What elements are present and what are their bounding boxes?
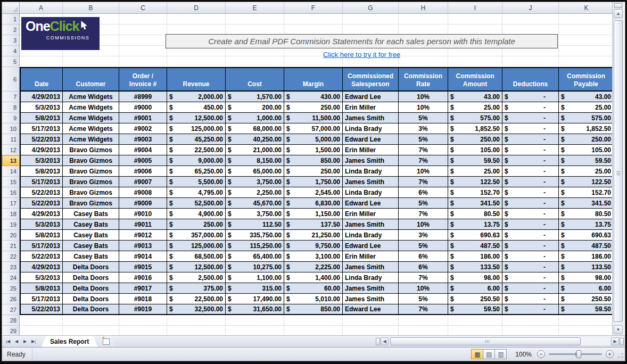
cell-I26[interactable]: $250.50 bbox=[448, 294, 502, 304]
cell-B12[interactable]: Bravo Gizmos bbox=[63, 145, 119, 155]
zoom-level-label[interactable]: 100% bbox=[515, 351, 532, 358]
cell-G21[interactable]: Edward Lee bbox=[343, 241, 399, 251]
cell-J9[interactable]: $- bbox=[502, 113, 559, 123]
cell-J27[interactable]: $- bbox=[502, 304, 559, 315]
cell-D11[interactable]: $45,250.00 bbox=[167, 134, 226, 145]
cell-E23[interactable]: $10,275.00 bbox=[226, 262, 284, 272]
try-free-link[interactable]: Click here to try it for free bbox=[323, 51, 400, 59]
cell-F16[interactable]: $2,545.00 bbox=[284, 187, 343, 198]
row-header-14[interactable]: 14 bbox=[2, 166, 20, 177]
cell-G12[interactable]: Erin Miller bbox=[343, 145, 399, 155]
cell-I16[interactable]: $152.70 bbox=[448, 187, 502, 198]
cell-J14[interactable]: $- bbox=[502, 166, 559, 177]
cell-E28[interactable] bbox=[226, 315, 284, 326]
row-header-12[interactable]: 12 bbox=[2, 145, 20, 155]
row-header-11[interactable]: 11 bbox=[2, 134, 20, 145]
cell-H10[interactable]: 3% bbox=[399, 123, 448, 134]
row-header-22[interactable]: 22 bbox=[2, 251, 20, 262]
cell-C24[interactable]: #9016 bbox=[119, 272, 167, 283]
header-cell-H6[interactable]: Commission Rate bbox=[399, 67, 448, 92]
cell-A24[interactable]: 5/3/2013 bbox=[20, 272, 63, 283]
cell-G15[interactable]: James Smith bbox=[343, 177, 399, 187]
cell-F25[interactable]: $60.00 bbox=[284, 283, 343, 294]
cell-E20[interactable]: $335,750.00 bbox=[226, 230, 284, 241]
column-header-H[interactable]: H bbox=[399, 2, 448, 14]
cell-K15[interactable]: $122.50 bbox=[559, 177, 614, 187]
cell-A14[interactable]: 5/8/2013 bbox=[20, 166, 63, 177]
cell-C22[interactable]: #9014 bbox=[119, 251, 167, 262]
cell-F27[interactable]: $850.00 bbox=[284, 304, 343, 315]
header-cell-I6[interactable]: Commission Amount bbox=[448, 67, 502, 92]
scroll-up-button[interactable]: ▲ bbox=[614, 9, 623, 18]
cell-I10[interactable]: $1,852.50 bbox=[448, 123, 502, 134]
cell-E25[interactable]: $315.00 bbox=[226, 283, 284, 294]
header-cell-E6[interactable]: Cost bbox=[226, 67, 284, 92]
cell-C11[interactable]: #9003 bbox=[119, 134, 167, 145]
cell-K29[interactable] bbox=[559, 326, 614, 335]
normal-view-button[interactable]: ▦ bbox=[471, 349, 483, 359]
cell-I9[interactable]: $575.00 bbox=[448, 113, 502, 123]
cell-G22[interactable]: Erin Miller bbox=[343, 251, 399, 262]
cell-K4[interactable] bbox=[559, 46, 614, 56]
cell-J24[interactable]: $- bbox=[502, 272, 559, 283]
cell-K8[interactable]: $25.00 bbox=[559, 102, 614, 113]
cell-G10[interactable]: Linda Brady bbox=[343, 123, 399, 134]
cell-C9[interactable]: #9001 bbox=[119, 113, 167, 123]
cell-E24[interactable]: $1,100.00 bbox=[226, 272, 284, 283]
cell-F29[interactable] bbox=[284, 326, 343, 335]
cell-B9[interactable]: Acme Widgets bbox=[63, 113, 119, 123]
cell-G28[interactable] bbox=[343, 315, 399, 326]
cell-G18[interactable]: Erin Miller bbox=[343, 209, 399, 219]
cell-F20[interactable]: $21,250.00 bbox=[284, 230, 343, 241]
cell-K2[interactable] bbox=[559, 24, 614, 35]
cell-H15[interactable]: 7% bbox=[399, 177, 448, 187]
cell-D22[interactable]: $68,500.00 bbox=[167, 251, 226, 262]
row-header-9[interactable]: 9 bbox=[2, 113, 20, 123]
cell-F9[interactable]: $11,500.00 bbox=[284, 113, 343, 123]
cell-H19[interactable]: 10% bbox=[399, 219, 448, 230]
row-header-5[interactable]: 5 bbox=[2, 56, 20, 67]
cell-B22[interactable]: Casey Bats bbox=[63, 251, 119, 262]
cell-A27[interactable]: 5/22/2013 bbox=[20, 304, 63, 315]
cell-F17[interactable]: $6,830.00 bbox=[284, 198, 343, 209]
cell-G26[interactable]: James Smith bbox=[343, 294, 399, 304]
cell-H25[interactable]: 10% bbox=[399, 283, 448, 294]
cell-J15[interactable]: $- bbox=[502, 177, 559, 187]
cell-B8[interactable]: Acme Widgets bbox=[63, 102, 119, 113]
cell-D27[interactable]: $32,500.00 bbox=[167, 304, 226, 315]
cell-J12[interactable]: $- bbox=[502, 145, 559, 155]
cell-D28[interactable] bbox=[167, 315, 226, 326]
column-header-A[interactable]: A bbox=[20, 2, 63, 14]
cell-C12[interactable]: #9004 bbox=[119, 145, 167, 155]
cell-E14[interactable]: $65,000.00 bbox=[226, 166, 284, 177]
cell-A17[interactable]: 5/22/2013 bbox=[20, 198, 63, 209]
row-header-15[interactable]: 15 bbox=[2, 177, 20, 187]
cell-K28[interactable] bbox=[559, 315, 614, 326]
cell-D29[interactable] bbox=[167, 326, 226, 335]
header-cell-J6[interactable]: Deductions bbox=[502, 67, 559, 92]
header-cell-F6[interactable]: Margin bbox=[284, 67, 343, 92]
header-cell-K6[interactable]: Commission Payable bbox=[559, 67, 614, 92]
cell-E29[interactable] bbox=[226, 326, 284, 335]
cell-D9[interactable]: $12,500.00 bbox=[167, 113, 226, 123]
cell-K18[interactable]: $80.50 bbox=[559, 209, 614, 219]
cell-F8[interactable]: $250.00 bbox=[284, 102, 343, 113]
cell-I27[interactable]: $59.50 bbox=[448, 304, 502, 315]
cell-G8[interactable]: Erin Miller bbox=[343, 102, 399, 113]
row-header-1[interactable]: 1 bbox=[2, 14, 20, 24]
cell-D2[interactable] bbox=[167, 24, 226, 35]
cell-B16[interactable]: Bravo Gizmos bbox=[63, 187, 119, 198]
cell-J1[interactable] bbox=[502, 14, 559, 24]
cell-D26[interactable]: $22,500.00 bbox=[167, 294, 226, 304]
cell-I11[interactable]: $250.00 bbox=[448, 134, 502, 145]
cell-B29[interactable] bbox=[63, 326, 119, 335]
cell-E18[interactable]: $3,750.00 bbox=[226, 209, 284, 219]
cell-K16[interactable]: $152.70 bbox=[559, 187, 614, 198]
cell-I21[interactable]: $487.50 bbox=[448, 241, 502, 251]
cell-C28[interactable] bbox=[119, 315, 167, 326]
cell-C17[interactable]: #9009 bbox=[119, 198, 167, 209]
cell-H24[interactable]: 7% bbox=[399, 272, 448, 283]
cell-A19[interactable]: 5/3/2013 bbox=[20, 219, 63, 230]
scroll-right-button[interactable]: ▶ bbox=[611, 337, 619, 345]
zoom-slider-track[interactable] bbox=[549, 353, 602, 355]
